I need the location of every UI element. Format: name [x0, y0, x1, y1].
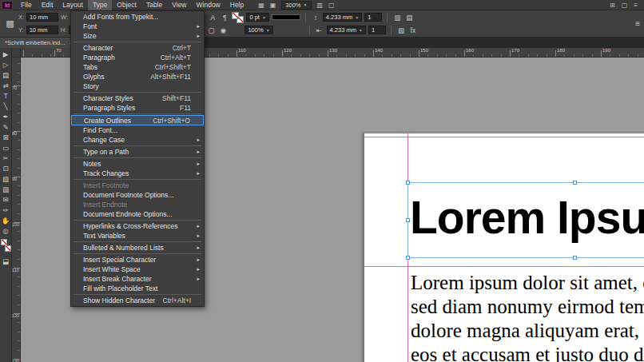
type-menu-item-insert-special-character[interactable]: Insert Special Character▸	[71, 255, 204, 265]
page-tool[interactable]: ▤	[1, 70, 11, 81]
type-menu-item-track-changes[interactable]: Track Changes▸	[71, 169, 204, 178]
menu-item-shortcut: Ctrl+Alt+T	[161, 54, 191, 62]
character-formatting-icon[interactable]: A	[208, 13, 217, 22]
type-menu-item-insert-white-space[interactable]: Insert White Space▸	[71, 265, 204, 274]
align-icon[interactable]: ▥	[392, 13, 402, 22]
type-menu-item-font[interactable]: Font▸	[71, 22, 204, 31]
type-menu-item-hyperlinks-cross-references[interactable]: Hyperlinks & Cross-References▸	[71, 221, 204, 231]
type-menu-item-find-font[interactable]: Find Font...	[71, 125, 204, 135]
view-options-icon[interactable]: ▥	[317, 0, 324, 10]
row-count-field[interactable]: 1	[368, 26, 386, 34]
type-menu-item-text-variables[interactable]: Text Variables▸	[71, 231, 204, 241]
frame-handle[interactable]	[406, 256, 410, 260]
zoom-tool[interactable]: ◎	[1, 226, 11, 237]
menu-file[interactable]: File	[16, 0, 37, 10]
menu-view[interactable]: View	[167, 0, 191, 10]
object-styles-icon[interactable]: ▧	[396, 26, 406, 35]
fill-stroke-swatches[interactable]	[232, 12, 244, 23]
menu-object[interactable]: Object	[112, 0, 141, 10]
pen-tool[interactable]: ✒	[1, 112, 11, 122]
type-tool[interactable]: T	[1, 91, 11, 101]
arrange-documents-icon[interactable]: ⊞	[610, 0, 615, 10]
effects-field[interactable]: 100%▼	[244, 26, 272, 34]
type-menu-item-type-on-a-path[interactable]: Type on a Path▸	[71, 147, 204, 157]
type-menu-item-change-case[interactable]: Change Case▸	[71, 135, 204, 145]
menu-type[interactable]: Type	[88, 0, 112, 10]
effects-panel-icon[interactable]: fx	[408, 26, 418, 35]
stroke-type-preview[interactable]	[272, 14, 300, 20]
menu-layout[interactable]: Layout	[58, 0, 88, 10]
paragraph-formatting-icon[interactable]: ¶	[220, 13, 229, 22]
ruler-number: 140	[375, 48, 383, 53]
stock-icon[interactable]: ▣	[270, 0, 276, 10]
menu-table[interactable]: Table	[141, 0, 167, 10]
rectangle-tool[interactable]: ▭	[1, 143, 11, 153]
direct-selection-tool[interactable]: ▷	[1, 60, 11, 70]
note-tool[interactable]: ✉	[1, 195, 11, 205]
stroke-weight-field[interactable]: 0 pt▼	[246, 13, 268, 22]
zoom-level-select[interactable]: 300% ▼	[281, 1, 311, 10]
type-menu-item-glyphs[interactable]: GlyphsAlt+Shift+F11	[71, 72, 204, 82]
type-menu-item-paragraph-styles[interactable]: Paragraph StylesF11	[71, 103, 204, 113]
gradient-feather-tool[interactable]: ▨	[1, 185, 11, 195]
fill-swatch-none[interactable]	[232, 12, 239, 19]
reference-point-proxy[interactable]: ▩	[4, 18, 16, 30]
screen-mode-icon[interactable]: ▢	[328, 0, 335, 10]
menu-edit[interactable]: Edit	[37, 0, 58, 10]
type-menu-item-character-styles[interactable]: Character StylesShift+F11	[71, 93, 204, 103]
menu-help[interactable]: Help	[225, 0, 248, 10]
document-tab[interactable]: *Schrift einbetten.ind... ×	[0, 38, 78, 48]
selection-tool[interactable]: ▶	[1, 50, 11, 60]
app-bar-menu-icon[interactable]: ≡	[634, 0, 638, 10]
frame-handle[interactable]	[573, 256, 577, 260]
type-menu-item-story[interactable]: Story	[71, 82, 204, 91]
select-container-icon[interactable]: ▢	[206, 26, 216, 35]
bridge-icon[interactable]: ▦	[258, 0, 264, 10]
y-position-field[interactable]: 10 mm	[26, 26, 58, 34]
ruler-origin-box[interactable]	[12, 48, 21, 58]
screen-mode-tool[interactable]: ⬓	[1, 257, 11, 267]
gradient-swatch-tool[interactable]: ▧	[1, 174, 11, 185]
type-menu-item-paragraph[interactable]: ParagraphCtrl+Alt+T	[71, 53, 204, 62]
type-menu-item-document-footnote-options[interactable]: Document Footnote Options...	[71, 190, 204, 200]
type-menu-item-bulleted-numbered-lists[interactable]: Bulleted & Numbered Lists▸	[71, 243, 204, 253]
menu-item-shortcut: Shift+F11	[162, 94, 191, 102]
menu-item-label: Notes	[83, 160, 191, 168]
type-menu-item-add-fonts-from-typekit[interactable]: Add Fonts from Typekit...	[71, 12, 204, 22]
type-menu-item-fill-with-placeholder-text[interactable]: Fill with Placeholder Text	[71, 284, 204, 293]
stroke-swatch-icon[interactable]	[5, 245, 11, 252]
eyedropper-tool[interactable]: ✑	[1, 205, 11, 216]
body-text-line: dolore magna aliquyam erat, sed	[411, 319, 644, 343]
type-menu-item-document-endnote-options[interactable]: Document Endnote Options...	[71, 209, 204, 219]
distribute-icon[interactable]: ▤	[404, 13, 414, 22]
pencil-tool[interactable]: ✎	[1, 122, 11, 133]
column-count-field[interactable]: 1	[364, 13, 382, 22]
toolbar-fill-stroke-swatches[interactable]	[1, 239, 11, 257]
select-content-icon[interactable]: ◉	[218, 26, 228, 35]
scissors-tool[interactable]: ✂	[1, 153, 11, 164]
menu-item-shortcut: Alt+Shift+F11	[150, 73, 191, 81]
workspace-icon[interactable]: ▢	[622, 0, 628, 10]
rectangle-frame-tool[interactable]: ⊠	[1, 133, 11, 143]
type-menu-item-show-hidden-characters[interactable]: Show Hidden CharactersCtrl+Alt+I	[71, 296, 204, 305]
menu-item-label: Size	[83, 32, 191, 40]
type-menu-item-size[interactable]: Size▸	[71, 31, 204, 41]
vertical-ruler[interactable]: 708090100110120130	[12, 58, 21, 362]
leading-field-2[interactable]: 4.233 mm▼	[327, 26, 366, 34]
x-position-field[interactable]: 10 mm	[26, 13, 58, 22]
type-menu-item-character[interactable]: CharacterCtrl+T	[71, 43, 204, 53]
heading-text-frame[interactable]: Lorem Ipsum	[407, 182, 644, 258]
document-page[interactable]: Lorem Ipsum Lorem ipsum dolor sit amet, …	[364, 133, 644, 362]
gap-tool[interactable]: ⇄	[1, 81, 11, 91]
fill-swatch-icon[interactable]	[1, 239, 7, 245]
hand-tool[interactable]: ✋	[1, 216, 11, 226]
menu-window[interactable]: Window	[192, 0, 225, 10]
leading-field-1[interactable]: 4.233 mm▼	[323, 13, 362, 22]
type-menu-item-notes[interactable]: Notes▸	[71, 159, 204, 169]
type-menu-item-insert-break-character[interactable]: Insert Break Character▸	[71, 274, 204, 284]
type-menu-item-create-outlines[interactable]: Create OutlinesCtrl+Shift+O	[71, 115, 204, 125]
free-transform-tool[interactable]: ⊡	[1, 164, 11, 174]
panel-menu-icon[interactable]: ≡	[635, 19, 640, 28]
type-menu-item-tabs[interactable]: TabsCtrl+Shift+T	[71, 62, 204, 72]
line-tool[interactable]: ╲	[1, 101, 11, 112]
